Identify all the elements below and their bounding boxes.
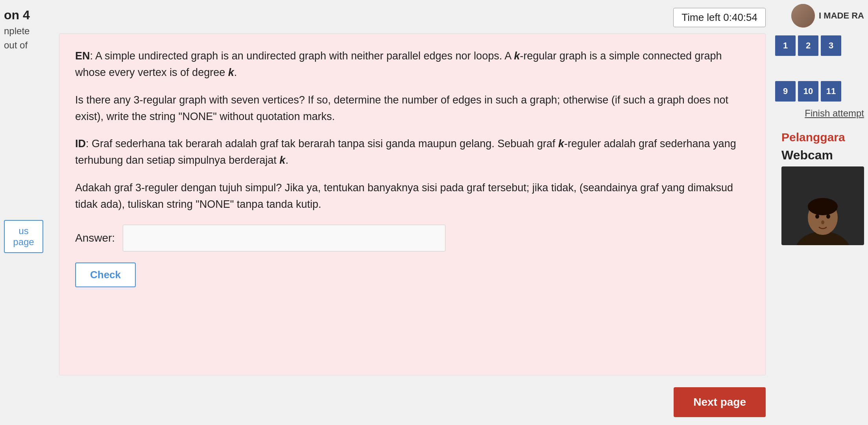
next-page-button[interactable]: Next page xyxy=(674,387,766,417)
question-number: on 4 xyxy=(4,8,43,22)
question-cell-empty xyxy=(844,81,864,102)
en-k2: k xyxy=(228,67,234,78)
question-cell-11[interactable]: 11 xyxy=(821,81,841,102)
id-text-1: : Graf sederhana tak berarah adalah graf… xyxy=(86,138,558,150)
en-text-4: Is there any 3-regular graph with seven … xyxy=(75,94,728,122)
answer-label: Answer: xyxy=(75,232,115,244)
question-box: EN: A simple undirected graph is an undi… xyxy=(59,33,766,375)
question-cell-9[interactable]: 9 xyxy=(775,81,796,102)
question-en-p2: Is there any 3-regular graph with seven … xyxy=(75,92,750,125)
answer-input[interactable] xyxy=(123,225,445,251)
en-text-3: . xyxy=(234,67,237,78)
out-of-text: out of xyxy=(4,40,43,51)
question-cell-empty xyxy=(775,58,796,79)
question-cell-empty xyxy=(798,58,818,79)
en-label: EN xyxy=(75,50,90,62)
en-text-1: : A simple undirected graph is an undire… xyxy=(90,50,514,62)
question-cell-empty xyxy=(844,58,864,79)
id-text-3: . xyxy=(285,154,288,166)
question-cell-3[interactable]: 3 xyxy=(821,35,841,56)
right-sidebar: I MADE RA 12391011 Finish attempt Pelang… xyxy=(778,0,868,425)
question-cell-1[interactable]: 1 xyxy=(775,35,796,56)
webcam-person-svg xyxy=(787,178,858,245)
question-number-grid: 12391011 xyxy=(775,35,864,102)
question-cell-2[interactable]: 2 xyxy=(798,35,818,56)
user-info: I MADE RA xyxy=(791,4,864,28)
svg-point-3 xyxy=(815,214,819,219)
question-cell-10[interactable]: 10 xyxy=(798,81,818,102)
question-cell-empty xyxy=(844,35,864,56)
answer-row: Answer: xyxy=(75,225,750,251)
main-content: Time left 0:40:54 EN: A simple undirecte… xyxy=(47,0,778,425)
timer: Time left 0:40:54 xyxy=(673,8,766,27)
violation-label: Pelanggara xyxy=(781,131,845,144)
user-name: I MADE RA xyxy=(819,11,864,21)
id-label: ID xyxy=(75,138,86,150)
finish-attempt[interactable]: Finish attempt xyxy=(805,108,864,119)
webcam-preview xyxy=(781,166,864,245)
question-en: EN: A simple undirected graph is an undi… xyxy=(75,48,750,81)
check-button[interactable]: Check xyxy=(75,262,136,287)
question-cell-empty xyxy=(821,58,841,79)
bottom-nav: Next page xyxy=(59,387,766,417)
svg-point-2 xyxy=(808,198,838,215)
question-id-p2: Adakah graf 3-reguler dengan tujuh simpu… xyxy=(75,180,750,213)
timer-bar: Time left 0:40:54 xyxy=(59,8,766,27)
svg-point-5 xyxy=(821,220,824,224)
webcam-label: Webcam xyxy=(781,148,833,163)
id-text-4: Adakah graf 3-reguler dengan tujuh simpu… xyxy=(75,182,733,210)
avatar-image xyxy=(791,4,815,28)
previous-page-button[interactable]: us page xyxy=(4,220,43,253)
left-sidebar: on 4 nplete out of us page xyxy=(0,0,47,425)
en-k1: k xyxy=(514,50,520,62)
svg-point-4 xyxy=(826,214,830,219)
avatar xyxy=(791,4,815,28)
id-k1: k xyxy=(558,138,564,150)
status-text: nplete xyxy=(4,26,43,37)
question-id: ID: Graf sederhana tak berarah adalah gr… xyxy=(75,136,750,169)
id-k2: k xyxy=(279,154,285,166)
